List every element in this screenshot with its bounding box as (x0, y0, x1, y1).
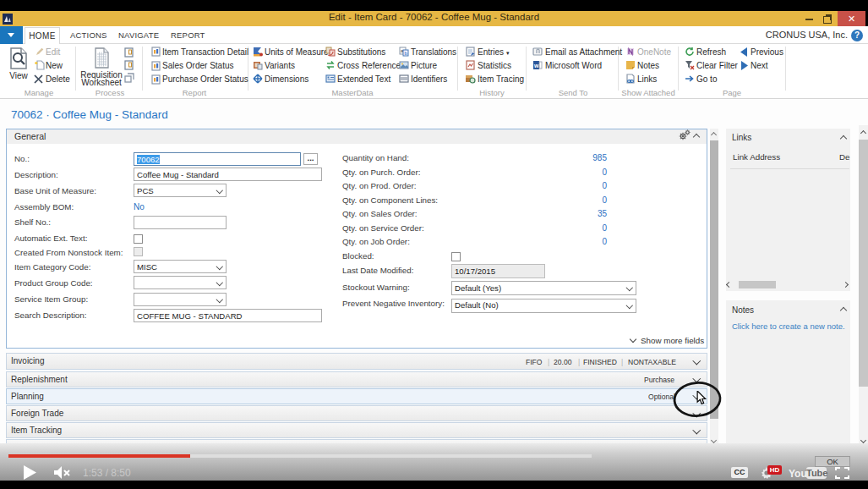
svg-text:w: w (533, 63, 539, 69)
